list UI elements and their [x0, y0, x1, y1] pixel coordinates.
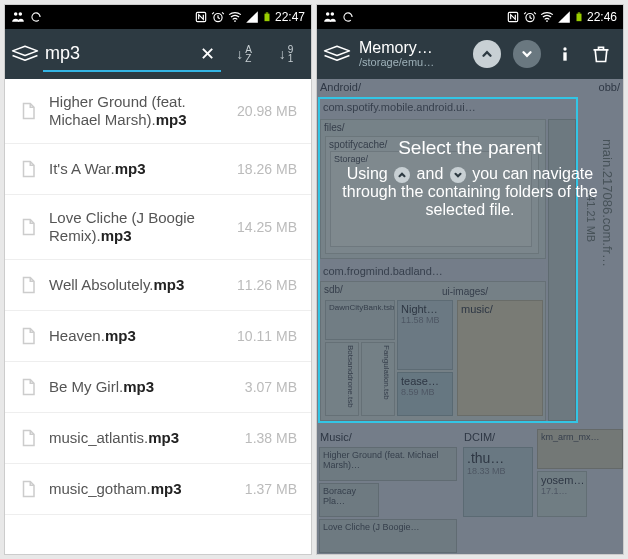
svg-rect-13	[578, 12, 581, 13]
svg-point-7	[326, 12, 330, 16]
app-icon[interactable]	[323, 43, 351, 65]
file-name: Well Absolutely.mp3	[49, 276, 237, 294]
onboarding-tooltip: Select the parent Using and you can navi…	[340, 137, 600, 219]
file-name: Love Cliche (J Boogie Remix).mp3	[49, 209, 237, 245]
parent-down-button[interactable]	[513, 40, 541, 68]
treemap-file-label: .thu…	[467, 450, 529, 466]
file-list: Higher Ground (feat. Michael Marsh).mp32…	[5, 79, 311, 515]
file-size: 3.07 MB	[245, 379, 297, 395]
treemap-side-label: main.217086.com.fr…	[600, 139, 615, 267]
nfc-icon	[506, 10, 520, 24]
breadcrumb[interactable]: Memory… /storage/emu…	[355, 40, 465, 68]
signal-icon	[245, 10, 259, 24]
tooltip-text: Using	[347, 165, 392, 182]
status-time: 22:46	[587, 10, 617, 24]
file-row[interactable]: Be My Girl.mp33.07 MB	[5, 362, 311, 413]
file-name: Heaven.mp3	[49, 327, 237, 345]
svg-rect-15	[563, 52, 566, 60]
file-icon	[19, 216, 37, 238]
file-icon	[19, 158, 37, 180]
sort-size-button[interactable]: ↓91	[267, 35, 305, 73]
signal-icon	[557, 10, 571, 24]
file-size: 11.26 MB	[237, 277, 297, 293]
treemap-file-box[interactable]: Botsanddrone.tsb	[325, 342, 359, 416]
treemap-folder-label: DCIM/	[464, 431, 495, 443]
svg-point-14	[563, 47, 566, 50]
file-size: 20.98 MB	[237, 103, 297, 119]
search-input[interactable]	[43, 37, 221, 72]
file-size: 18.26 MB	[237, 161, 297, 177]
contacts-icon	[11, 10, 25, 24]
treemap-file-label: yosem…	[541, 474, 583, 486]
treemap-folder-label: com.frogmind.badland…	[323, 265, 443, 277]
sync-icon	[29, 10, 43, 24]
file-size: 1.37 MB	[245, 481, 297, 497]
treemap-file-box[interactable]: DawnCityBank.tsb	[325, 300, 395, 340]
treemap-file-box[interactable]: Higher Ground (feat. Michael Marsh)…	[319, 447, 457, 481]
status-bar: 22:46	[317, 5, 623, 29]
file-icon	[19, 100, 37, 122]
svg-rect-12	[576, 14, 581, 22]
delete-button[interactable]	[585, 29, 617, 79]
treemap-folder-label: ui-images/	[439, 284, 543, 300]
treemap-file-size: 11.58 MB	[401, 315, 449, 325]
sync-icon	[341, 10, 355, 24]
file-icon	[19, 325, 37, 347]
action-bar: ✕ ↓AZ ↓91	[5, 29, 311, 79]
treemap-file-box[interactable]: km_arm_mx…	[537, 429, 623, 469]
file-row[interactable]: music_atlantis.mp31.38 MB	[5, 413, 311, 464]
tooltip-title: Select the parent	[340, 137, 600, 159]
treemap-file-box[interactable]: Fangulation.tsb	[361, 342, 395, 416]
treemap-view[interactable]: Android/ obb/ main.217086.com.fr… 141.21…	[317, 79, 623, 555]
action-bar: Memory… /storage/emu…	[317, 29, 623, 79]
treemap-folder-label: files/	[324, 122, 542, 133]
alarm-icon	[211, 10, 225, 24]
file-size: 14.25 MB	[237, 219, 297, 235]
battery-icon	[262, 10, 272, 24]
file-size: 1.38 MB	[245, 430, 297, 446]
status-time: 22:47	[275, 10, 305, 24]
file-row[interactable]: Well Absolutely.mp311.26 MB	[5, 260, 311, 311]
file-row[interactable]: Heaven.mp310.11 MB	[5, 311, 311, 362]
treemap-folder-label: Android/	[320, 81, 361, 93]
phone-left: 22:47 ✕ ↓AZ ↓91 Higher Ground (feat. Mic…	[4, 4, 312, 555]
app-icon[interactable]	[11, 43, 39, 65]
status-bar: 22:47	[5, 5, 311, 29]
svg-point-0	[14, 12, 17, 16]
svg-point-1	[19, 12, 22, 16]
file-row[interactable]: Higher Ground (feat. Michael Marsh).mp32…	[5, 79, 311, 144]
wifi-icon	[540, 10, 554, 24]
treemap-folder-label: Music/	[320, 431, 352, 443]
file-icon	[19, 376, 37, 398]
treemap-folder-label: obb/	[599, 81, 620, 93]
treemap-file-size: 18.33 MB	[467, 466, 529, 476]
treemap-folder-label: com.spotify.mobile.android.ui…	[323, 101, 476, 113]
file-row[interactable]: Love Cliche (J Boogie Remix).mp314.25 MB	[5, 195, 311, 260]
wifi-icon	[228, 10, 242, 24]
treemap-folder-label: music/	[461, 303, 539, 315]
sort-alpha-button[interactable]: ↓AZ	[225, 35, 263, 73]
svg-point-8	[331, 12, 335, 16]
treemap-file-box[interactable]: Boracay Pla…	[319, 483, 379, 517]
phone-right: 22:46 Memory… /storage/emu… Android/ obb…	[316, 4, 624, 555]
file-row[interactable]: It's A War.mp318.26 MB	[5, 144, 311, 195]
file-name: music_gotham.mp3	[49, 480, 245, 498]
file-row[interactable]: music_gotham.mp31.37 MB	[5, 464, 311, 515]
parent-up-button[interactable]	[473, 40, 501, 68]
treemap-file-label: Night…	[401, 303, 449, 315]
file-name: Higher Ground (feat. Michael Marsh).mp3	[49, 93, 237, 129]
info-button[interactable]	[549, 29, 581, 79]
file-icon	[19, 478, 37, 500]
treemap-file-box[interactable]: Love Cliche (J Boogie…	[319, 519, 457, 553]
contacts-icon	[323, 10, 337, 24]
file-icon	[19, 274, 37, 296]
svg-point-11	[546, 20, 548, 22]
alarm-icon	[523, 10, 537, 24]
clear-search-icon[interactable]: ✕	[196, 39, 219, 69]
file-name: Be My Girl.mp3	[49, 378, 245, 396]
svg-rect-5	[264, 14, 269, 22]
file-icon	[19, 427, 37, 449]
battery-icon	[574, 10, 584, 24]
nfc-icon	[194, 10, 208, 24]
treemap-file-size: 17.1…	[541, 486, 583, 496]
